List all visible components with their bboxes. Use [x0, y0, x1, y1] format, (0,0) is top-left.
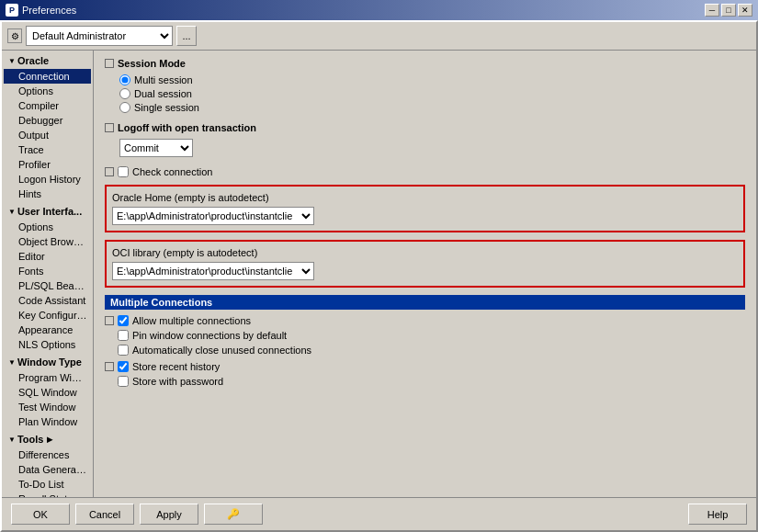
content-area: Session Mode Multi session Dual session … [94, 51, 756, 497]
minimize-button[interactable]: ─ [705, 4, 719, 17]
sidebar-item-profiler[interactable]: Profiler [4, 157, 91, 172]
oracle-home-section: Oracle Home (empty is autodetect) E:\app… [105, 185, 745, 232]
sidebar-item-debugger[interactable]: Debugger [4, 113, 91, 128]
sidebar-item-hints[interactable]: Hints [4, 187, 91, 201]
apply-button[interactable]: Apply [140, 504, 198, 525]
radio-multi-session-input[interactable] [119, 74, 130, 85]
sidebar-item-appearance[interactable]: Appearance [4, 323, 91, 337]
ui-arrow-icon: ▼ [8, 208, 16, 216]
logoff-select[interactable]: Commit Rollback Ask [119, 139, 193, 157]
title-text: Preferences [22, 5, 76, 16]
radio-dual-session-label: Dual session [134, 88, 192, 99]
profile-select[interactable]: Default Administrator [26, 26, 173, 46]
store-recent-checkbox[interactable] [118, 361, 129, 372]
icon-btn-icon: 🔑 [227, 508, 240, 520]
oracle-home-select[interactable]: E:\app\Administrator\product\instantclie [112, 207, 314, 225]
session-mode-title: Session Mode [118, 58, 186, 69]
ok-button[interactable]: OK [11, 504, 70, 525]
ui-group-label: User Interfa... [17, 206, 82, 217]
oci-library-select[interactable]: E:\app\Administrator\product\instantclie [112, 262, 314, 280]
session-mode-header: Session Mode [105, 58, 745, 69]
toolbar: ⚙ Default Administrator ... [2, 22, 756, 51]
allow-multiple-label: Allow multiple connections [132, 315, 251, 326]
sidebar-group-oracle: ▼ Oracle Connection Options Compiler Deb… [4, 52, 91, 201]
dialog-body: ▼ Oracle Connection Options Compiler Deb… [2, 51, 756, 497]
close-button[interactable]: ✕ [738, 4, 752, 17]
radio-dual-session: Dual session [119, 88, 745, 99]
tools-expand-icon: ▶ [47, 436, 52, 444]
radio-dual-session-input[interactable] [119, 88, 130, 99]
logoff-header: Logoff with open transaction [105, 122, 745, 133]
session-mode-options: Multi session Dual session Single sessio… [119, 74, 745, 113]
pin-window-checkbox[interactable] [118, 330, 129, 341]
maximize-button[interactable]: □ [721, 4, 736, 17]
sidebar-item-connection[interactable]: Connection [4, 69, 91, 84]
help-button[interactable]: Help [688, 504, 747, 525]
allow-multiple-checkbox[interactable] [118, 315, 129, 326]
dialog-footer: OK Cancel Apply 🔑 Help [2, 497, 756, 530]
sidebar-item-logon-history[interactable]: Logon History [4, 172, 91, 187]
sidebar-item-editor[interactable]: Editor [4, 249, 91, 264]
sidebar-item-differences[interactable]: Differences [4, 447, 91, 462]
tools-arrow-icon: ▼ [8, 436, 16, 444]
sidebar-group-user-interface: ▼ User Interfa... Options Object Browser… [4, 203, 91, 352]
profile-more-button[interactable]: ... [176, 26, 197, 46]
logoff-section: Logoff with open transaction Commit Roll… [105, 122, 745, 157]
sidebar-item-test-window[interactable]: Test Window [4, 400, 91, 414]
window-type-arrow-icon: ▼ [8, 358, 16, 367]
icon-button[interactable]: 🔑 [204, 504, 263, 525]
auto-close-label: Automatically close unused connections [132, 345, 311, 356]
sidebar-item-output[interactable]: Output [4, 128, 91, 142]
sidebar-group-header-oracle[interactable]: ▼ Oracle [4, 52, 91, 69]
check-connection-section-indicator [105, 167, 114, 176]
radio-single-session: Single session [119, 102, 745, 113]
sidebar-item-todo-list[interactable]: To-Do List [4, 477, 91, 492]
sidebar-item-program-window[interactable]: Program Windo... [4, 370, 91, 385]
session-mode-indicator [105, 59, 114, 68]
tools-group-label: Tools [17, 434, 44, 445]
sidebar-item-key-config[interactable]: Key Configurat... [4, 308, 91, 323]
store-password-label: Store with password [132, 376, 223, 387]
sidebar-item-object-browser[interactable]: Object Browser [4, 234, 91, 249]
store-recent-row: Store recent history [105, 361, 745, 372]
sidebar-item-trace[interactable]: Trace [4, 142, 91, 157]
radio-multi-session-label: Multi session [134, 74, 193, 85]
sidebar-item-options[interactable]: Options [4, 84, 91, 98]
sidebar-item-nls-options[interactable]: NLS Options [4, 337, 91, 352]
sidebar-group-header-tools[interactable]: ▼ Tools ▶ [4, 431, 91, 447]
logoff-indicator [105, 123, 114, 132]
radio-multi-session: Multi session [119, 74, 745, 85]
sidebar-item-plan-window[interactable]: Plan Window [4, 414, 91, 429]
pin-window-label: Pin window connections by default [132, 330, 287, 341]
sidebar-item-compiler[interactable]: Compiler [4, 98, 91, 113]
radio-single-session-input[interactable] [119, 102, 130, 113]
title-bar: P Preferences ─ □ ✕ [0, 0, 758, 20]
oracle-home-label: Oracle Home (empty is autodetect) [112, 192, 738, 203]
auto-close-row: Automatically close unused connections [105, 345, 745, 356]
oci-library-label: OCI library (empty is autodetect) [112, 247, 738, 258]
multiple-connections-bar: Multiple Connections [105, 295, 745, 310]
sidebar: ▼ Oracle Connection Options Compiler Deb… [2, 51, 94, 497]
check-connection-label: Check connection [132, 166, 212, 177]
store-password-checkbox[interactable] [118, 376, 129, 387]
window-type-group-label: Window Type [17, 357, 82, 368]
oracle-group-label: Oracle [17, 55, 49, 66]
sidebar-group-header-ui[interactable]: ▼ User Interfa... [4, 203, 91, 220]
sidebar-item-ui-options[interactable]: Options [4, 220, 91, 234]
check-connection-checkbox[interactable] [118, 166, 129, 177]
app-icon: P [6, 4, 18, 17]
sidebar-item-fonts[interactable]: Fonts [4, 264, 91, 278]
session-mode-section: Session Mode Multi session Dual session … [105, 58, 745, 113]
sidebar-item-data-generator[interactable]: Data Generator [4, 462, 91, 477]
sidebar-item-code-assistant[interactable]: Code Assistant [4, 293, 91, 308]
allow-multiple-row: Allow multiple connections [105, 315, 745, 326]
sidebar-item-plsql-beautif[interactable]: PL/SQL Beautif... [4, 278, 91, 293]
cancel-button[interactable]: Cancel [75, 504, 134, 525]
store-recent-label: Store recent history [132, 361, 220, 372]
auto-close-checkbox[interactable] [118, 345, 129, 356]
logoff-row: Commit Rollback Ask [119, 139, 745, 157]
sidebar-group-header-window-type[interactable]: ▼ Window Type [4, 354, 91, 370]
sidebar-item-sql-window[interactable]: SQL Window [4, 385, 91, 400]
radio-single-session-label: Single session [134, 102, 199, 113]
store-recent-indicator [105, 362, 114, 371]
